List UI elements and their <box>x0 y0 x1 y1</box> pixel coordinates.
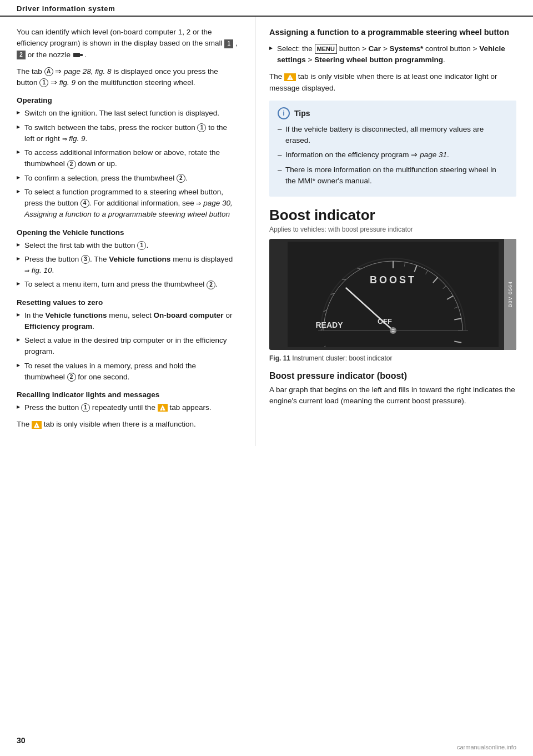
warning-tab-right: ! <box>284 73 296 81</box>
left-column: You can identify which level (on-board c… <box>0 17 255 446</box>
page-wrapper: Driver information system You can identi… <box>0 0 533 756</box>
recalling-list: Press the button 1 repeatedly until the … <box>17 402 238 413</box>
intro-period: . <box>85 51 87 59</box>
warning-tab-mal: ! <box>32 421 42 429</box>
boost-pressure-text: A bar graph that begins on the left and … <box>269 384 516 407</box>
intro-comma: , <box>235 39 238 47</box>
warn-tab-rest: tab is only visible when there is at lea… <box>269 72 497 92</box>
btn-1-recall: 1 <box>81 403 90 412</box>
menu-box: MENU <box>315 44 337 54</box>
opening-list: Select the first tab with the button 1. … <box>17 240 238 291</box>
tips-header: i Tips <box>278 107 508 119</box>
opening-heading: Opening the Vehicle functions <box>17 228 238 237</box>
fig-caption-text: Instrument cluster: boost indicator <box>292 354 392 362</box>
svg-text:!: ! <box>36 424 37 428</box>
btn-2-menu: 2 <box>207 281 215 289</box>
tab-a-end: on the multifunction steering wheel. <box>78 78 195 87</box>
boost-subtitle: Applies to vehicles: with boost pressure… <box>269 226 516 233</box>
warning-tab-paragraph: The ! tab is only visible when there is … <box>269 71 516 94</box>
page-number: 30 <box>17 736 26 745</box>
op-bullet-1: Switch on the ignition. The last select … <box>17 108 238 119</box>
assigning-heading: Assigning a function to a programmable s… <box>269 27 516 39</box>
btn-4-select: 4 <box>81 199 89 208</box>
arrow-symbol-1: ⇒ <box>55 67 64 76</box>
nozzle-icon <box>73 51 83 59</box>
intro-text: You can identify which level (on-board c… <box>17 28 224 47</box>
tips-box: i Tips If the vehicle battery is disconn… <box>269 101 516 197</box>
intro-or: or the nozzle <box>28 51 73 59</box>
operating-list: Switch on the ignition. The last select … <box>17 108 238 220</box>
btn-2-confirm: 2 <box>177 174 185 183</box>
tips-icon: i <box>278 107 290 119</box>
page-header: Driver information system <box>0 0 533 17</box>
resetting-list: In the Vehicle functions menu, select On… <box>17 310 238 383</box>
btn-1-circle: 1 <box>39 78 48 87</box>
num-1-badge: 1 <box>224 39 233 48</box>
tab-a-paragraph: The tab A ⇒ page 28, fig. 8 is displayed… <box>17 66 238 89</box>
svg-text:!: ! <box>289 76 290 80</box>
svg-rect-0 <box>73 53 80 57</box>
svg-rect-1 <box>80 54 83 56</box>
page-content: You can identify which level (on-board c… <box>0 17 533 446</box>
tip-2: Information on the efficiency program ⇒ … <box>278 149 508 161</box>
open-bullet-2: Press the button 3. The Vehicle function… <box>17 254 238 277</box>
btn-1-tab: 1 <box>137 241 146 250</box>
assign-bullet-1: Select: the MENU button > Car > Systems*… <box>269 43 516 66</box>
boost-pressure-heading: Boost pressure indicator (boost) <box>269 371 516 381</box>
reset-bullet-3: To reset the values in a memory, press a… <box>17 361 238 383</box>
boost-gauge-svg: BOOST READY OFF <box>288 242 499 347</box>
tips-list: If the vehicle battery is disconnected, … <box>278 124 508 187</box>
intro-paragraph: You can identify which level (on-board c… <box>17 27 238 61</box>
resetting-heading: Resetting values to zero <box>17 298 238 307</box>
malfunction-paragraph: The ! tab is only visible when there is … <box>17 419 238 430</box>
tab-a-fig9: fig. 9 <box>59 78 76 87</box>
image-badge: B8V 0564 <box>504 239 516 350</box>
tip-3: There is more information on the multifu… <box>278 164 508 187</box>
warning-triangle-mal-icon: ! <box>33 422 40 428</box>
num-2-badge: 2 <box>17 51 26 59</box>
op-bullet-4: To confirm a selection, press the thumbw… <box>17 173 238 184</box>
op-bullet-3: To access additional information below o… <box>17 147 238 170</box>
boost-section: Boost indicator Applies to vehicles: wit… <box>269 207 516 407</box>
tab-a-intro: The tab <box>17 67 44 76</box>
btn-3-press: 3 <box>81 255 90 264</box>
boost-title: Boost indicator <box>269 207 516 224</box>
badge-text: B8V 0564 <box>507 281 513 308</box>
btn-2-thumbwheel: 2 <box>67 160 76 169</box>
fig-caption-label: Fig. 11 <box>269 354 290 362</box>
warning-tab-inline: ! <box>158 404 168 412</box>
assigning-list: Select: the MENU button > Car > Systems*… <box>269 43 516 66</box>
right-column: Assigning a function to a programmable s… <box>255 17 533 446</box>
open-bullet-1: Select the first tab with the button 1. <box>17 240 238 251</box>
boost-label: BOOST <box>369 274 416 286</box>
btn-1-rocker: 1 <box>197 123 206 132</box>
watermark: carmanualsonline.info <box>457 744 516 750</box>
btn-2-reset: 2 <box>67 373 76 382</box>
warning-triangle-icon: ! <box>159 404 166 411</box>
boost-image: BOOST READY OFF <box>269 239 516 350</box>
reset-bullet-1: In the Vehicle functions menu, select On… <box>17 310 238 333</box>
tip-1: If the vehicle battery is disconnected, … <box>278 124 508 147</box>
operating-heading: Operating <box>17 96 238 104</box>
tips-heading: Tips <box>294 109 310 118</box>
fig-caption: Fig. 11 Instrument cluster: boost indica… <box>269 353 516 363</box>
recall-bullet-1: Press the button 1 repeatedly until the … <box>17 402 238 413</box>
recalling-heading: Recalling indicator lights and messages <box>17 390 238 399</box>
warn-tab-the: The <box>269 72 284 81</box>
arrow-symbol-2: ⇒ <box>51 78 59 87</box>
op-bullet-5: To select a function programmed to a ste… <box>17 187 238 221</box>
svg-text:!: ! <box>162 408 163 411</box>
letter-a-circle: A <box>44 67 53 76</box>
open-bullet-3: To select a menu item, turn and press th… <box>17 279 238 290</box>
warning-triangle-right-icon: ! <box>286 74 294 81</box>
malfunc-the: The <box>17 420 32 428</box>
malfunc-rest: tab is only visible when there is a malf… <box>44 420 196 428</box>
ready-label: READY <box>315 321 343 329</box>
reset-bullet-2: Select a value in the desired trip compu… <box>17 335 238 358</box>
op-bullet-2: To switch between the tabs, press the ro… <box>17 122 238 145</box>
header-title: Driver information system <box>17 4 115 13</box>
tab-a-page-ref: page 28, fig. 8 <box>64 67 112 76</box>
